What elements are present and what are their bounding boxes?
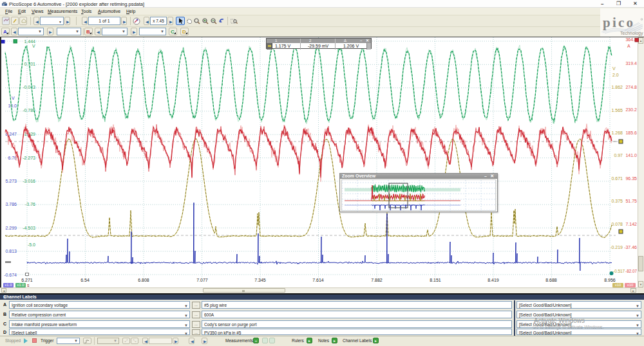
svg-text:Technology: Technology [620, 31, 643, 36]
svg-text:pico: pico [603, 15, 635, 30]
